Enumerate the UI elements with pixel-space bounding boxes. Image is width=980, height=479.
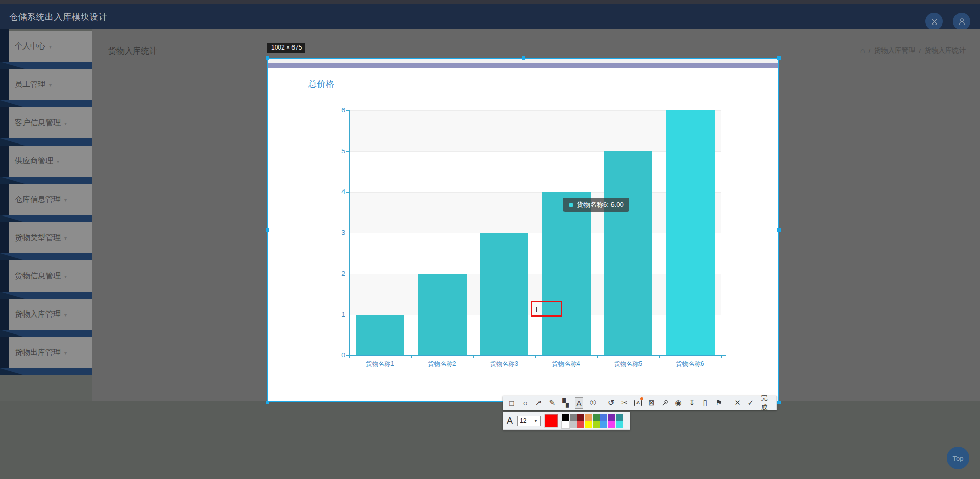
- home-icon[interactable]: ⌂: [860, 46, 865, 55]
- annotation-rectangle[interactable]: I: [531, 301, 562, 317]
- close-icon: ✕: [734, 398, 741, 408]
- palette-color-swatch[interactable]: [570, 421, 577, 428]
- palette-color-swatch[interactable]: [593, 414, 600, 421]
- image-recognition-button[interactable]: ⊠: [647, 397, 656, 409]
- sidebar-item-2[interactable]: 员工管理▾: [9, 69, 92, 100]
- capture-selection[interactable]: 总价格 0123456货物名称1货物名称2货物名称3货物名称4货物名称5货物名称…: [267, 58, 779, 402]
- sidebar-item-7[interactable]: 货物信息管理▾: [9, 260, 92, 292]
- palette-color-swatch[interactable]: [577, 414, 584, 421]
- sidebar-item-label: 货物入库管理: [15, 309, 61, 319]
- bar-货物名称6[interactable]: [666, 110, 715, 355]
- mosaic-tool-button[interactable]: ▚: [561, 397, 570, 409]
- y-axis-line: [349, 110, 350, 356]
- bar-货物名称1[interactable]: [356, 315, 404, 355]
- palette-color-swatch[interactable]: [585, 421, 592, 428]
- bar-货物名称5[interactable]: [604, 151, 652, 355]
- palette-color-swatch[interactable]: [608, 414, 615, 421]
- bar-货物名称3[interactable]: [480, 233, 528, 355]
- step-number-tool-button[interactable]: ①: [588, 397, 597, 409]
- sidebar-item-8[interactable]: 货物入库管理▾: [9, 299, 92, 330]
- palette-color-swatch[interactable]: [562, 414, 569, 421]
- text-cursor: I: [535, 305, 538, 314]
- palette-color-swatch[interactable]: [600, 421, 607, 428]
- sidebar-separator: [0, 100, 92, 107]
- rectangle-tool-button[interactable]: □: [507, 397, 516, 409]
- back-to-top-button[interactable]: Top: [947, 447, 969, 469]
- bookmark-button[interactable]: ⚑: [715, 397, 723, 409]
- cut-button[interactable]: ✂: [620, 397, 629, 409]
- font-size-select[interactable]: 12 ▼: [517, 416, 541, 426]
- confirm-button[interactable]: ✓: [746, 397, 755, 409]
- sidebar-separator: [0, 62, 92, 69]
- record-button[interactable]: ◉: [674, 397, 682, 409]
- save-button[interactable]: ↧: [688, 397, 696, 409]
- done-label[interactable]: 完成: [761, 394, 772, 412]
- sidebar-item-9[interactable]: 货物出库管理▾: [9, 337, 92, 368]
- breadcrumb-item-2[interactable]: 货物入库统计: [924, 46, 966, 55]
- palette-color-swatch[interactable]: [593, 421, 600, 428]
- toolbar-separator: [602, 399, 602, 407]
- pen-icon: ✎: [549, 398, 555, 408]
- selection-handle[interactable]: [777, 56, 781, 60]
- text-tool-icon: A: [577, 399, 582, 408]
- sidebar-separator: [0, 138, 92, 146]
- bookmark-icon: ⚑: [715, 398, 722, 408]
- palette-color-swatch[interactable]: [600, 414, 607, 421]
- breadcrumb-item-1[interactable]: 货物入库管理: [874, 46, 915, 55]
- current-color-swatch[interactable]: [545, 414, 558, 427]
- app-header: 仓储系统出入库模块设计: [0, 4, 980, 29]
- chevron-down-icon: ▾: [64, 312, 67, 318]
- palette-color-swatch[interactable]: [570, 414, 577, 421]
- notification-dot: [640, 397, 643, 400]
- selection-handle[interactable]: [777, 401, 781, 404]
- bar-货物名称2[interactable]: [418, 274, 467, 355]
- plot-stripe: [349, 110, 721, 151]
- plot-stripe: [349, 192, 721, 233]
- selection-handle[interactable]: [266, 401, 270, 404]
- palette-color-swatch[interactable]: [608, 421, 615, 428]
- bar-货物名称4[interactable]: [542, 192, 591, 355]
- pen-tool-button[interactable]: ✎: [548, 397, 556, 409]
- selection-handle[interactable]: [266, 228, 270, 232]
- step-number-icon: ①: [589, 398, 596, 408]
- palette-color-swatch[interactable]: [577, 421, 584, 428]
- x-axis-label: 货物名称4: [535, 360, 597, 368]
- breadcrumb-sep: /: [919, 47, 921, 55]
- x-axis-label: 货物名称6: [659, 360, 721, 368]
- arrow-tool-button[interactable]: ↗: [534, 397, 543, 409]
- sidebar-item-4[interactable]: 供应商管理▾: [9, 146, 92, 177]
- ellipse-icon: ○: [523, 399, 528, 408]
- sidebar-item-5[interactable]: 仓库信息管理▾: [9, 184, 92, 215]
- palette-color-swatch[interactable]: [616, 421, 623, 428]
- sidebar: 个人中心▾员工管理▾客户信息管理▾供应商管理▾仓库信息管理▾货物类型管理▾货物信…: [0, 29, 92, 375]
- text-tool-button[interactable]: A: [575, 397, 584, 409]
- plot-stripe: [349, 151, 721, 192]
- phone-icon: ▯: [703, 398, 707, 408]
- footer-background: [0, 401, 980, 479]
- translate-button[interactable]: A: [633, 397, 642, 409]
- ellipse-tool-button[interactable]: ○: [521, 397, 529, 409]
- gridline: [349, 192, 721, 193]
- cancel-button[interactable]: ✕: [733, 397, 742, 409]
- y-axis-label: 1: [328, 311, 345, 318]
- fullscreen-button[interactable]: [925, 13, 943, 30]
- sidebar-item-6[interactable]: 货物类型管理▾: [9, 222, 92, 253]
- translate-icon: A: [634, 400, 642, 406]
- undo-button[interactable]: ↺: [607, 397, 616, 409]
- sidebar-item-1[interactable]: 个人中心▾: [9, 31, 92, 62]
- x-axis-tick: [349, 356, 350, 358]
- user-button[interactable]: [953, 13, 970, 30]
- arrow-icon: ↗: [535, 398, 542, 408]
- send-to-phone-button[interactable]: ▯: [701, 397, 709, 409]
- pin-button[interactable]: [660, 397, 669, 409]
- selection-handle[interactable]: [266, 56, 270, 60]
- selection-handle[interactable]: [522, 56, 525, 60]
- sidebar-separator: [0, 330, 92, 337]
- palette-color-swatch[interactable]: [616, 414, 623, 421]
- sidebar-item-3[interactable]: 客户信息管理▾: [9, 107, 92, 138]
- palette-color-swatch[interactable]: [585, 414, 592, 421]
- selection-handle[interactable]: [777, 228, 781, 232]
- x-axis-label: 货物名称3: [473, 360, 535, 368]
- capture-toolbar: □ ○ ↗ ✎ ▚ A ① ↺ ✂ A ⊠ ◉ ↧ ▯ ⚑ ✕ ✓ 完成: [503, 396, 777, 410]
- palette-color-swatch[interactable]: [562, 421, 569, 428]
